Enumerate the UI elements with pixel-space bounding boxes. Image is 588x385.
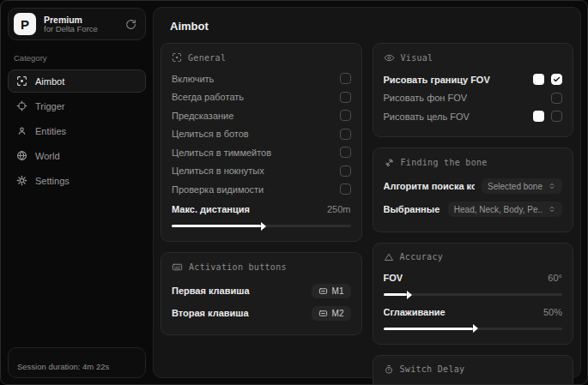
setting-label: Целиться в ботов <box>172 129 249 139</box>
setting-label: Первая клавиша <box>172 286 250 296</box>
target-teammates-checkbox[interactable] <box>340 147 351 158</box>
setting-label: Предсказание <box>172 111 233 121</box>
draw-fov-border-checkbox[interactable] <box>551 74 562 85</box>
page-title: Aimbot <box>170 20 573 33</box>
panel-visual: Visual Рисовать границу FOV <box>373 43 574 137</box>
max-distance-slider[interactable] <box>172 225 351 227</box>
trigger-icon <box>16 100 27 111</box>
brand-title: Premium <box>44 15 118 25</box>
always-work-checkbox[interactable] <box>340 92 351 103</box>
brand-subtitle: for Delta Force <box>44 25 118 34</box>
gear-icon <box>16 175 27 186</box>
chevron-sort-icon <box>548 205 556 214</box>
smoothing-slider[interactable] <box>384 328 563 330</box>
sidebar-item-label: Settings <box>35 176 70 186</box>
enable-checkbox[interactable] <box>340 73 351 84</box>
eye-icon <box>384 52 395 63</box>
panel-accuracy: Accuracy FOV 60° Сглаживание 50% <box>373 243 574 345</box>
setting-label: Выбранные кости <box>384 204 441 214</box>
draw-fov-background-checkbox[interactable] <box>551 93 562 104</box>
refresh-icon[interactable] <box>125 19 136 30</box>
setting-row-target-knocked: Целиться в нокнутых <box>172 162 351 181</box>
smoothing-value: 50% <box>543 307 562 317</box>
setting-label: Целиться в тиммейтов <box>172 147 271 158</box>
sidebar-item-entities[interactable]: Entities <box>8 119 146 142</box>
setting-row-prediction: Предсказание <box>172 106 351 125</box>
draw-fov-target-checkbox[interactable] <box>551 111 562 122</box>
panel-title: Switch Delay <box>400 364 465 374</box>
key-label: M1 <box>332 286 344 296</box>
app-window: P Premium for Delta Force Category Aimbo <box>0 0 588 385</box>
first-key-bind-button[interactable]: M1 <box>312 284 351 298</box>
setting-label: Всегда работать <box>172 92 244 102</box>
session-duration-card: Session duration: 4m 22s <box>8 347 146 378</box>
setting-row-target-teammates: Целиться в тиммейтов <box>172 143 351 162</box>
setting-row-draw-fov-target: Рисовать цель FOV <box>384 107 563 126</box>
fov-border-color-swatch[interactable] <box>533 74 544 85</box>
setting-label: Проверка видимости <box>172 184 264 195</box>
sidebar-item-settings[interactable]: Settings <box>8 169 146 192</box>
entities-icon <box>16 125 27 136</box>
setting-label: Алгоритм поиска костей <box>384 181 476 191</box>
panel-activation-buttons: Activation buttons Первая клавиша M1 Вто… <box>161 252 362 335</box>
setting-row-visibility-check: Проверка видимости <box>172 180 351 199</box>
fov-value: 60° <box>548 273 562 283</box>
max-distance-value: 250m <box>327 204 351 214</box>
chevron-sort-icon <box>548 182 556 190</box>
panel-title: Activation buttons <box>189 262 287 272</box>
sidebar-item-label: Trigger <box>35 101 64 111</box>
timer-icon <box>384 364 394 375</box>
setting-row-smoothing: Сглаживание 50% <box>384 303 563 322</box>
setting-label: Включить <box>172 74 214 84</box>
target-knocked-checkbox[interactable] <box>340 165 351 177</box>
setting-row-draw-fov-border: Рисовать границу FOV <box>384 70 563 89</box>
selected-bones-select[interactable]: Head, Neck, Body, Pe.. <box>448 202 562 217</box>
panel-finding-the-bone: Finding the bone Алгоритм поиска костей … <box>373 147 574 232</box>
check-icon <box>553 75 561 83</box>
app-logo: P <box>14 13 36 35</box>
second-key-bind-button[interactable]: M2 <box>312 306 351 321</box>
sidebar-item-aimbot[interactable]: Aimbot <box>8 69 146 93</box>
setting-label: Рисовать фон FOV <box>384 93 468 103</box>
setting-row-second-key: Вторая клавиша M2 <box>172 302 351 324</box>
setting-label: Макс. дистанция <box>172 204 250 214</box>
category-label: Category <box>14 53 146 63</box>
triangle-icon <box>384 252 394 262</box>
selected-value: Selected bone <box>488 182 543 191</box>
sidebar-item-trigger[interactable]: Trigger <box>8 94 146 117</box>
setting-row-always-work: Всегда работать <box>172 88 351 107</box>
setting-label: Вторая клавиша <box>172 308 249 318</box>
sidebar-item-label: Aimbot <box>35 76 64 87</box>
setting-row-bone-algorithm: Алгоритм поиска костей Selected bone <box>384 175 563 198</box>
setting-label: Рисовать границу FOV <box>384 75 490 85</box>
setting-row-selected-bones: Выбранные кости Head, Neck, Body, Pe.. <box>384 198 563 221</box>
setting-row-max-distance: Макс. дистанция 250m <box>172 201 351 220</box>
sidebar-item-label: Entities <box>35 126 66 136</box>
setting-row-first-key: Первая клавиша M1 <box>172 280 351 302</box>
sidebar-item-world[interactable]: World <box>8 144 146 167</box>
setting-row-switch-delay-toggle: Задержка переключения <box>384 382 563 385</box>
scan-icon <box>172 52 182 63</box>
selected-value: Head, Neck, Body, Pe.. <box>454 205 543 214</box>
panel-general: General Включить Всегда работать Предска… <box>161 43 362 242</box>
fov-target-color-swatch[interactable] <box>533 111 544 122</box>
brand-card: P Premium for Delta Force <box>8 8 146 40</box>
panel-title: General <box>188 53 226 63</box>
setting-row-enable: Включить <box>172 69 351 88</box>
bone-algorithm-select[interactable]: Selected bone <box>482 178 562 194</box>
visibility-check-checkbox[interactable] <box>340 183 351 195</box>
setting-label: Сглаживание <box>384 307 446 317</box>
setting-row-draw-fov-background: Рисовать фон FOV <box>384 89 563 108</box>
target-bots-checkbox[interactable] <box>340 129 351 140</box>
fov-slider[interactable] <box>384 293 563 296</box>
bone-icon <box>384 157 395 168</box>
aimbot-icon <box>16 75 27 87</box>
panel-title: Visual <box>401 53 433 63</box>
main-content: Aimbot General Включит <box>153 7 581 378</box>
setting-row-target-bots: Целиться в ботов <box>172 125 351 144</box>
key-label: M2 <box>332 309 344 318</box>
prediction-checkbox[interactable] <box>340 110 351 121</box>
setting-label: Рисовать цель FOV <box>384 111 470 122</box>
panel-title: Finding the bone <box>401 158 488 167</box>
world-icon <box>16 150 27 161</box>
